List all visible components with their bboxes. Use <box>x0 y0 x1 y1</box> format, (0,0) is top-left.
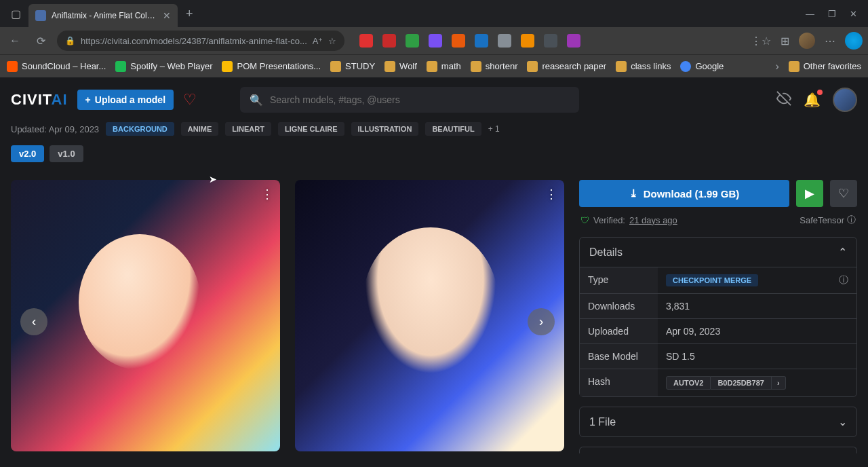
uploaded-value: Apr 09, 2023 <box>658 319 856 343</box>
download-button[interactable]: ⤓ Download (1.99 GB) <box>579 180 789 207</box>
version-v1[interactable]: v1.0 <box>50 145 83 162</box>
version-v2[interactable]: v2.0 <box>11 145 44 162</box>
uploaded-label: Uploaded <box>580 319 658 343</box>
ext-icon-4[interactable] <box>429 34 442 48</box>
safetensor-label: SafeTensor <box>800 215 844 225</box>
type-info-icon[interactable]: ⓘ <box>839 274 848 286</box>
tag-anime[interactable]: ANIME <box>181 122 218 136</box>
favorite-icon[interactable]: ☆ <box>328 36 336 46</box>
ext-icon-10[interactable] <box>567 34 580 48</box>
ext-icon-2[interactable] <box>382 34 396 48</box>
basemodel-label: Base Model <box>580 344 658 369</box>
close-window-icon[interactable]: ✕ <box>850 9 857 19</box>
profile-avatar-icon[interactable] <box>799 33 815 49</box>
run-button[interactable]: ▶ <box>796 180 823 207</box>
address-bar[interactable]: 🔒 https://civitai.com/models/24387/anifl… <box>57 31 344 51</box>
search-icon: 🔍 <box>250 94 263 107</box>
url-toolbar: ← ⟳ 🔒 https://civitai.com/models/24387/a… <box>0 27 868 54</box>
extensions-row <box>359 34 580 48</box>
notification-dot <box>817 90 823 95</box>
shield-icon: 🛡 <box>580 215 589 225</box>
image-menu-icon[interactable]: ⋮ <box>261 187 273 202</box>
site-header: CIVITAI +Upload a model ♡ 🔍 🔔 <box>0 77 868 122</box>
window-titlebar: ▢ Aniflatmix - Anime Flat Color Sty ✕ + … <box>0 0 868 27</box>
ext-icon-8[interactable] <box>521 34 534 48</box>
search-input[interactable] <box>270 94 570 105</box>
ext-icon-3[interactable] <box>406 34 419 48</box>
bookmark-item[interactable]: reasearch paper <box>527 61 606 72</box>
ext-icon-1[interactable] <box>359 34 373 48</box>
user-avatar[interactable] <box>833 88 857 112</box>
gallery-image-2[interactable]: ⋮ <box>295 180 564 451</box>
back-button[interactable]: ← <box>5 31 24 50</box>
type-badge: CHECKPOINT MERGE <box>666 274 758 286</box>
gallery-next-button[interactable]: › <box>528 308 555 335</box>
plus-icon: + <box>85 94 91 105</box>
bookmark-item[interactable]: POM Presentations... <box>222 61 321 72</box>
tag-beautiful[interactable]: BEAUTIFUL <box>425 122 481 136</box>
upload-model-button[interactable]: +Upload a model <box>77 90 174 110</box>
bookmark-item[interactable]: Google <box>680 61 724 72</box>
type-label: Type <box>580 267 658 293</box>
ext-icon-7[interactable] <box>498 34 511 48</box>
hash-algo: AUTOV2 <box>666 376 711 390</box>
bookmark-item[interactable]: math <box>427 61 461 72</box>
hash-expand-icon[interactable]: › <box>772 376 786 390</box>
info-icon[interactable]: ⓘ <box>847 214 856 226</box>
gallery-image-1[interactable]: ⋮ <box>11 180 280 451</box>
tag-illustration[interactable]: ILLUSTRATION <box>351 122 419 136</box>
bookmark-item[interactable]: Wolf <box>384 61 417 72</box>
browser-tab[interactable]: Aniflatmix - Anime Flat Color Sty ✕ <box>28 4 178 27</box>
new-tab-button[interactable]: + <box>186 7 193 21</box>
bookmark-item[interactable]: shortenr <box>471 61 518 72</box>
details-header[interactable]: Details ⌃ <box>580 238 856 267</box>
gallery-prev-button[interactable]: ‹ <box>20 308 47 335</box>
favorites-heart-icon[interactable]: ♡ <box>183 91 197 109</box>
chevron-up-icon: ⌃ <box>838 246 847 259</box>
other-favorites[interactable]: Other favorites <box>789 61 861 72</box>
bookmark-item[interactable]: Spotify – Web Player <box>115 61 212 72</box>
refresh-button[interactable]: ⟳ <box>31 31 50 50</box>
basemodel-value: SD 1.5 <box>658 344 856 369</box>
tag-lineart[interactable]: LINEART <box>225 122 271 136</box>
verified-date[interactable]: 21 days ago <box>629 215 677 225</box>
tab-title: Aniflatmix - Anime Flat Color Sty <box>52 11 157 20</box>
notifications-icon[interactable]: 🔔 <box>804 92 821 108</box>
bookmarks-overflow-icon[interactable]: › <box>775 60 778 73</box>
tab-actions-icon[interactable]: ▢ <box>3 3 28 24</box>
downloads-label: Downloads <box>580 294 658 318</box>
bookmark-item[interactable]: STUDY <box>330 61 375 72</box>
chevron-down-icon: ⌄ <box>838 415 847 428</box>
download-icon: ⤓ <box>629 187 638 200</box>
bookmark-item[interactable]: class links <box>616 61 671 72</box>
more-menu-icon[interactable]: ⋯ <box>825 35 835 48</box>
details-panel: Details ⌃ Type CHECKPOINT MERGEⓘ Downloa… <box>579 237 857 397</box>
read-aloud-icon[interactable]: A⁺ <box>313 36 323 46</box>
files-header[interactable]: 1 File ⌄ <box>580 407 856 436</box>
verified-label: Verified: <box>593 215 625 225</box>
site-logo[interactable]: CIVITAI <box>11 91 68 109</box>
bookmark-item[interactable]: SoundCloud – Hear... <box>7 61 106 72</box>
site-search[interactable]: 🔍 <box>240 87 579 113</box>
hash-label: Hash <box>580 369 658 396</box>
collections-icon[interactable]: ⊞ <box>781 35 789 48</box>
maximize-icon[interactable]: ❐ <box>828 9 836 19</box>
tag-ligneclaire[interactable]: LIGNE CLAIRE <box>278 122 344 136</box>
minimize-icon[interactable]: — <box>806 9 814 19</box>
url-text: https://civitai.com/models/24387/aniflat… <box>81 36 307 46</box>
bing-chat-icon[interactable] <box>845 32 863 50</box>
lock-icon: 🔒 <box>65 36 75 45</box>
favorite-button[interactable]: ♡ <box>830 180 857 207</box>
ext-icon-9[interactable] <box>544 34 557 48</box>
tags-more[interactable]: + 1 <box>488 124 500 134</box>
tag-background[interactable]: BACKGROUND <box>106 122 174 136</box>
files-panel: 1 File ⌄ <box>579 407 857 437</box>
favorites-bar-icon[interactable]: ⋮☆ <box>751 35 771 48</box>
ext-icon-5[interactable] <box>452 34 465 48</box>
hash-value[interactable]: B0D25DB787 <box>711 376 771 390</box>
ext-icon-6[interactable] <box>475 34 488 48</box>
downloads-value: 3,831 <box>658 294 856 318</box>
tab-close-icon[interactable]: ✕ <box>163 10 171 21</box>
image-menu-icon[interactable]: ⋮ <box>545 187 557 202</box>
nsfw-toggle-icon[interactable] <box>776 91 791 109</box>
